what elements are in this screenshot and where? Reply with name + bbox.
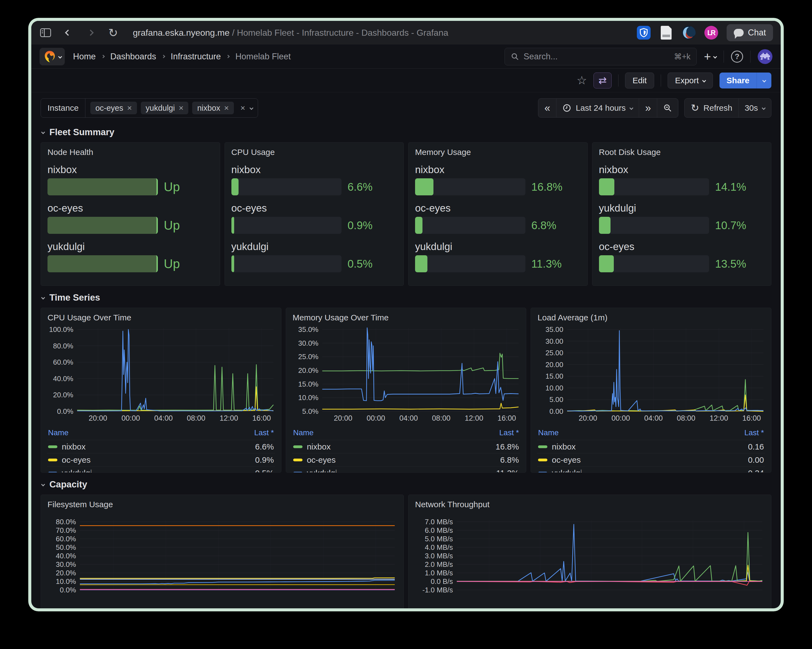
gauge-track[interactable] — [47, 178, 158, 195]
remove-tag-icon[interactable]: × — [127, 103, 132, 113]
reload-icon[interactable]: ↻ — [107, 26, 120, 39]
svg-text:00:00: 00:00 — [366, 414, 385, 422]
legend-row-yukdulgi[interactable]: yukdulgi0.5% — [47, 466, 275, 473]
gauge-track[interactable] — [415, 255, 525, 272]
browser-toolbar: ↻ grafana.eska.nyeong.me / Homelab Fleet… — [31, 21, 781, 44]
chat-button[interactable]: Chat — [727, 24, 773, 41]
legend-row-yukdulgi[interactable]: yukdulgi0.34 — [537, 466, 765, 473]
gauge-track[interactable] — [415, 217, 525, 234]
chart-memory-usage-over-time[interactable]: 20:0000:0004:0008:0012:0016:0035.0%30.0%… — [292, 324, 521, 426]
legend-row-oc-eyes[interactable]: oc-eyes0.00 — [537, 453, 765, 466]
wave-extension-icon[interactable] — [682, 26, 696, 40]
add-new-button[interactable]: + — [704, 50, 716, 63]
time-range-button[interactable]: Last 24 hours — [556, 99, 639, 117]
legend-name-header[interactable]: Name — [48, 429, 69, 437]
filter-tag-oc-eyes[interactable]: oc-eyes× — [90, 102, 137, 114]
grafana-logo-button[interactable] — [40, 48, 65, 66]
chevron-down-icon — [713, 54, 717, 58]
svg-text:20.0%: 20.0% — [53, 391, 73, 399]
legend-value-header[interactable]: Last * — [254, 429, 274, 437]
legend-row-nixbox[interactable]: nixbox16.8% — [292, 440, 520, 453]
refresh-icon: ↻ — [691, 102, 699, 114]
legend-row-nixbox[interactable]: nixbox6.6% — [47, 440, 275, 453]
gauge-track[interactable] — [47, 217, 158, 234]
gauge-track[interactable] — [599, 178, 709, 195]
gauge-bar-line: 14.1% — [599, 178, 765, 195]
legend-value-header[interactable]: Last * — [499, 429, 519, 437]
chart-cpu-usage-over-time[interactable]: 20:0000:0004:0008:0012:0016:00100.0%80.0… — [46, 324, 276, 426]
chevron-down-icon[interactable] — [250, 106, 253, 110]
chart-network-throughput[interactable]: 7.0 MB/s6.0 MB/s5.0 MB/s4.0 MB/s3.0 MB/s… — [415, 511, 765, 608]
address-bar[interactable]: grafana.eska.nyeong.me / Homelab Fleet -… — [133, 28, 448, 38]
section-time-series[interactable]: Time Series — [42, 292, 771, 303]
share-button[interactable]: Share — [719, 72, 757, 89]
gauge-track[interactable] — [231, 178, 342, 195]
gauge-label: yukdulgi — [47, 241, 213, 253]
clear-filter-icon[interactable]: × — [240, 103, 246, 113]
svg-text:20:00: 20:00 — [89, 414, 107, 422]
gauge-row-yukdulgi: yukdulgiUp — [41, 241, 220, 272]
zoom-out-icon — [663, 104, 672, 112]
filter-tag-yukdulgi[interactable]: yukdulgi× — [141, 102, 189, 114]
zoom-out-button[interactable] — [657, 99, 678, 117]
refresh-interval-button[interactable]: 30s — [739, 99, 771, 117]
back-icon[interactable] — [61, 26, 75, 39]
section-capacity[interactable]: Capacity — [42, 479, 771, 490]
svg-text:16:00: 16:00 — [252, 414, 271, 422]
forward-icon[interactable] — [84, 26, 97, 39]
lr-extension-icon[interactable]: LR — [704, 26, 718, 40]
breadcrumb-item-infrastructure[interactable]: Infrastructure — [171, 52, 221, 61]
chart-load-average-1m[interactable]: 20:0000:0004:0008:0012:0016:0035.0030.00… — [536, 324, 766, 426]
gauge-track[interactable] — [599, 217, 709, 234]
share-menu-button[interactable] — [757, 72, 771, 89]
panel-title: Root Disk Usage — [592, 142, 771, 157]
url-host: grafana.eska.nyeong.me — [133, 28, 229, 38]
filter-label: Instance — [41, 99, 85, 117]
instance-filter[interactable]: Instance oc-eyes×yukdulgi×nixbox× × — [41, 98, 258, 118]
gauge-track[interactable] — [415, 178, 525, 195]
gauge-bar-line: 10.7% — [599, 217, 765, 234]
gauge-fill — [231, 178, 238, 195]
gauge-value: 6.6% — [348, 181, 397, 193]
gauge-fill — [231, 217, 234, 234]
bitwarden-extension-icon[interactable] — [636, 26, 651, 40]
legend-value-header[interactable]: Last * — [744, 429, 764, 437]
remove-tag-icon[interactable]: × — [224, 103, 229, 113]
gauge-value: 16.8% — [531, 181, 581, 193]
gauge-track[interactable] — [231, 255, 342, 272]
gauge-track[interactable] — [599, 255, 709, 272]
star-icon[interactable]: ☆ — [577, 73, 587, 87]
remove-tag-icon[interactable]: × — [179, 103, 184, 113]
breadcrumb-item-homelab-fleet[interactable]: Homelab Fleet — [235, 52, 291, 61]
edit-button[interactable]: Edit — [625, 72, 654, 89]
gauge-label: oc-eyes — [47, 202, 213, 214]
legend-series-name: yukdulgi — [307, 468, 337, 473]
gauge-track[interactable] — [231, 217, 342, 234]
swap-arrows-icon[interactable]: ⇄ — [594, 72, 612, 89]
gauge-track[interactable] — [47, 255, 158, 272]
panel-filesystem-usage: Filesystem Usage80.0%70.0%60.0%50.0%40.0… — [41, 494, 404, 608]
legend-row-oc-eyes[interactable]: oc-eyes6.8% — [292, 453, 520, 466]
avatar[interactable] — [758, 49, 772, 64]
document-extension-icon[interactable] — [659, 26, 673, 40]
legend-name-header[interactable]: Name — [293, 429, 314, 437]
svg-text:04:00: 04:00 — [399, 414, 418, 422]
chart-filesystem-usage[interactable]: 80.0%70.0%60.0%50.0%40.0%30.0%20.0%10.0%… — [47, 511, 397, 608]
svg-text:15.0%: 15.0% — [298, 380, 318, 388]
time-shift-back-button[interactable]: « — [538, 99, 556, 117]
legend-name-header[interactable]: Name — [538, 429, 559, 437]
filter-tag-nixbox[interactable]: nixbox× — [192, 102, 234, 114]
refresh-button[interactable]: ↻ Refresh — [685, 99, 738, 117]
search-input[interactable]: Search... ⌘+k — [505, 48, 697, 66]
breadcrumb-item-dashboards[interactable]: Dashboards — [110, 52, 156, 61]
breadcrumb-item-home[interactable]: Home — [73, 52, 96, 61]
time-shift-forward-button[interactable]: » — [639, 99, 657, 117]
section-title: Fleet Summary — [49, 127, 114, 138]
legend-row-yukdulgi[interactable]: yukdulgi11.3% — [292, 466, 520, 473]
sidebar-toggle-icon[interactable] — [39, 26, 52, 39]
section-fleet-summary[interactable]: Fleet Summary — [42, 127, 771, 138]
legend-row-nixbox[interactable]: nixbox0.16 — [537, 440, 765, 453]
help-icon[interactable]: ? — [731, 51, 743, 63]
export-button[interactable]: Export — [668, 72, 713, 89]
legend-row-oc-eyes[interactable]: oc-eyes0.9% — [47, 453, 275, 466]
